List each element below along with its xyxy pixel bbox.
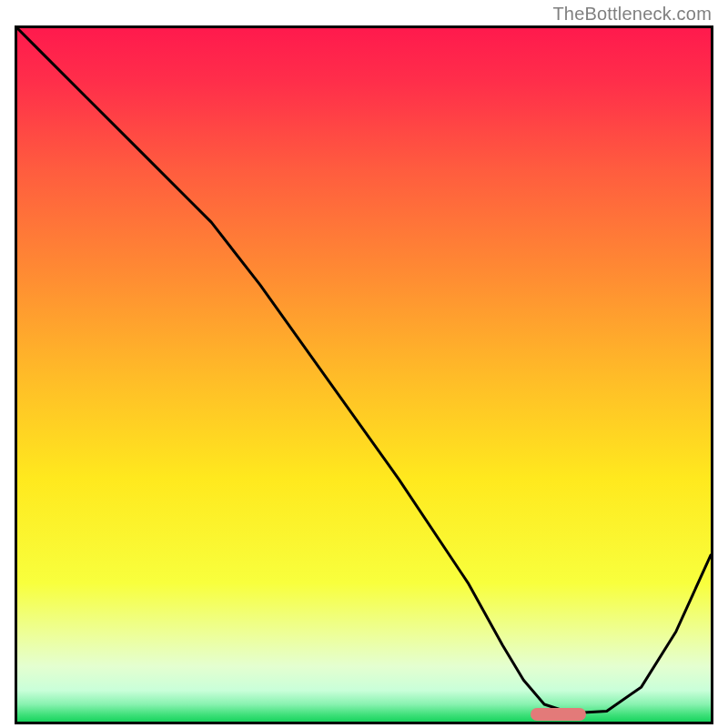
chart-frame [15,25,713,724]
watermark-text: TheBottleneck.com [552,4,712,25]
minimum-marker [531,708,586,721]
bottleneck-chart [17,28,711,722]
